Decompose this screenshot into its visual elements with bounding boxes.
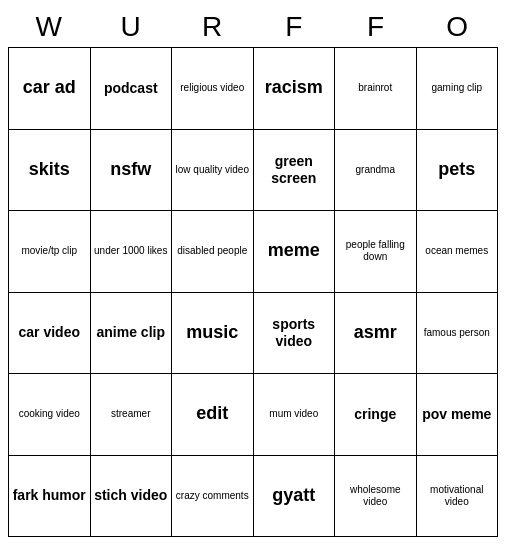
cell-r5-c5: motivational video bbox=[417, 456, 499, 538]
cell-r2-c2: disabled people bbox=[172, 211, 254, 293]
cell-r4-c1: streamer bbox=[91, 374, 173, 456]
header-letter-r-2: R bbox=[171, 7, 253, 47]
header-letter-w-0: W bbox=[8, 7, 90, 47]
bingo-grid: car adpodcastreligious videoracismbrainr… bbox=[8, 47, 498, 537]
header-letter-f-3: F bbox=[253, 7, 335, 47]
cell-r1-c2: low quality video bbox=[172, 130, 254, 212]
cell-r2-c3: meme bbox=[254, 211, 336, 293]
cell-r4-c4: cringe bbox=[335, 374, 417, 456]
cell-r2-c1: under 1000 likes bbox=[91, 211, 173, 293]
cell-r0-c0: car ad bbox=[9, 48, 91, 130]
cell-r2-c0: movie/tp clip bbox=[9, 211, 91, 293]
cell-r4-c3: mum video bbox=[254, 374, 336, 456]
cell-r5-c3: gyatt bbox=[254, 456, 336, 538]
cell-r3-c5: famous person bbox=[417, 293, 499, 375]
bingo-header: WURFFO bbox=[8, 7, 498, 47]
cell-r5-c1: stich video bbox=[91, 456, 173, 538]
header-letter-u-1: U bbox=[90, 7, 172, 47]
cell-r1-c1: nsfw bbox=[91, 130, 173, 212]
cell-r2-c5: ocean memes bbox=[417, 211, 499, 293]
cell-r2-c4: people falling down bbox=[335, 211, 417, 293]
cell-r0-c4: brainrot bbox=[335, 48, 417, 130]
cell-r1-c0: skits bbox=[9, 130, 91, 212]
header-letter-o-5: O bbox=[416, 7, 498, 47]
cell-r0-c5: gaming clip bbox=[417, 48, 499, 130]
cell-r4-c5: pov meme bbox=[417, 374, 499, 456]
cell-r3-c3: sports video bbox=[254, 293, 336, 375]
cell-r0-c2: religious video bbox=[172, 48, 254, 130]
header-letter-f-4: F bbox=[335, 7, 417, 47]
cell-r5-c2: crazy comments bbox=[172, 456, 254, 538]
cell-r3-c2: music bbox=[172, 293, 254, 375]
cell-r1-c5: pets bbox=[417, 130, 499, 212]
cell-r3-c1: anime clip bbox=[91, 293, 173, 375]
cell-r1-c4: grandma bbox=[335, 130, 417, 212]
cell-r0-c1: podcast bbox=[91, 48, 173, 130]
cell-r4-c0: cooking video bbox=[9, 374, 91, 456]
cell-r0-c3: racism bbox=[254, 48, 336, 130]
cell-r4-c2: edit bbox=[172, 374, 254, 456]
cell-r3-c0: car video bbox=[9, 293, 91, 375]
cell-r1-c3: green screen bbox=[254, 130, 336, 212]
bingo-card: WURFFO car adpodcastreligious videoracis… bbox=[8, 7, 498, 537]
cell-r3-c4: asmr bbox=[335, 293, 417, 375]
cell-r5-c0: fark humor bbox=[9, 456, 91, 538]
cell-r5-c4: wholesome video bbox=[335, 456, 417, 538]
